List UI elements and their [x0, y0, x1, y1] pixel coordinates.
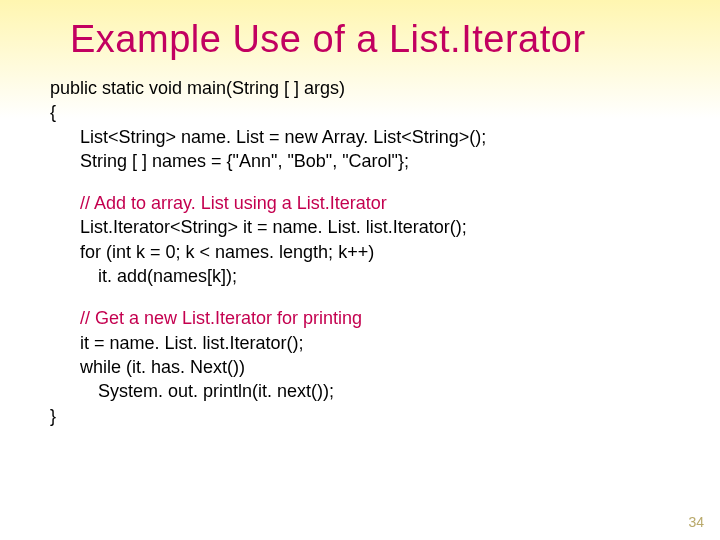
- code-comment: // Add to array. List using a List.Itera…: [50, 191, 720, 215]
- code-line: while (it. has. Next()): [50, 355, 720, 379]
- slide: Example Use of a List.Iterator public st…: [0, 0, 720, 540]
- blank-line: [50, 288, 720, 306]
- code-line: System. out. println(it. next());: [50, 379, 720, 403]
- code-block: public static void main(String [ ] args)…: [0, 61, 720, 428]
- code-comment: // Get a new List.Iterator for printing: [50, 306, 720, 330]
- code-line: it = name. List. list.Iterator();: [50, 331, 720, 355]
- slide-title: Example Use of a List.Iterator: [0, 0, 720, 61]
- blank-line: [50, 173, 720, 191]
- code-line: for (int k = 0; k < names. length; k++): [50, 240, 720, 264]
- code-line: List.Iterator<String> it = name. List. l…: [50, 215, 720, 239]
- code-line: String [ ] names = {"Ann", "Bob", "Carol…: [50, 149, 720, 173]
- code-line-close-brace: }: [50, 404, 720, 428]
- code-line: List<String> name. List = new Array. Lis…: [50, 125, 720, 149]
- code-line-signature: public static void main(String [ ] args): [50, 76, 720, 100]
- code-line-open-brace: {: [50, 100, 720, 124]
- code-line: it. add(names[k]);: [50, 264, 720, 288]
- page-number: 34: [688, 514, 704, 530]
